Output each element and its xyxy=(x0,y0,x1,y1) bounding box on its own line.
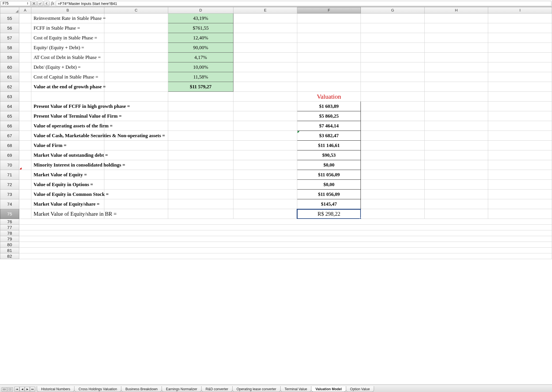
cell[interactable] xyxy=(361,160,425,170)
cell[interactable] xyxy=(424,23,488,33)
cell[interactable] xyxy=(104,72,168,82)
cell[interactable]: $0,00 xyxy=(297,180,361,190)
cell[interactable] xyxy=(361,131,425,141)
page-layout-view-button[interactable] xyxy=(7,387,13,391)
row-header[interactable]: 70 xyxy=(0,160,19,170)
cell[interactable] xyxy=(488,131,552,141)
cell[interactable] xyxy=(361,14,425,23)
cell[interactable]: Value of Equity in Common Stock = xyxy=(31,190,104,199)
cell[interactable] xyxy=(488,170,552,180)
cell[interactable] xyxy=(424,199,488,209)
cell[interactable] xyxy=(168,92,233,102)
cell[interactable]: Cost of Capital in Stable Phase = xyxy=(31,72,104,82)
cell[interactable] xyxy=(104,150,168,160)
cell[interactable] xyxy=(424,102,488,111)
cell[interactable] xyxy=(19,121,31,131)
select-all-corner[interactable] xyxy=(0,7,19,14)
column-header[interactable]: B xyxy=(31,7,104,14)
cell[interactable] xyxy=(361,209,425,219)
cell[interactable]: 4,17% xyxy=(168,53,233,62)
cell[interactable] xyxy=(424,82,488,92)
cell[interactable] xyxy=(168,209,233,219)
cell[interactable] xyxy=(361,170,425,180)
cell[interactable]: FCFF in Stable Phase = xyxy=(31,23,104,33)
cell[interactable] xyxy=(104,62,168,72)
cell[interactable] xyxy=(233,33,297,43)
row-header[interactable]: 71 xyxy=(0,170,19,180)
cell[interactable] xyxy=(361,33,425,43)
cell[interactable]: 11,58% xyxy=(168,72,233,82)
sheet-tab[interactable]: Operating lease converter xyxy=(232,386,281,392)
cell[interactable]: Market Value of Equity = xyxy=(31,170,104,180)
cell[interactable] xyxy=(168,111,233,121)
cell[interactable]: Reinvestment Rate in Stable Phase = xyxy=(31,14,104,23)
cell[interactable]: Cost of Equity in Stable Phase = xyxy=(31,33,104,43)
cell[interactable] xyxy=(233,209,297,219)
cell[interactable] xyxy=(424,33,488,43)
cell[interactable]: $7 464,14 xyxy=(297,121,361,131)
cell[interactable] xyxy=(297,14,361,23)
row-header[interactable]: 69 xyxy=(0,150,19,160)
cell[interactable] xyxy=(19,236,552,242)
cell[interactable] xyxy=(424,141,488,150)
cell[interactable] xyxy=(488,62,552,72)
cell[interactable] xyxy=(424,121,488,131)
column-header[interactable]: G xyxy=(361,7,425,14)
cell[interactable] xyxy=(168,121,233,131)
cell[interactable] xyxy=(361,43,425,53)
cell[interactable] xyxy=(104,131,168,141)
cell[interactable] xyxy=(19,43,31,53)
cell[interactable] xyxy=(19,170,31,180)
sheet-tab[interactable]: Earnings Normalizer xyxy=(162,386,202,392)
cell[interactable] xyxy=(19,82,31,92)
cell[interactable] xyxy=(424,92,488,102)
sheet-tab-active[interactable]: Valuation Model xyxy=(311,386,346,392)
cell[interactable] xyxy=(233,190,297,199)
cell[interactable] xyxy=(19,111,31,121)
cell[interactable] xyxy=(233,92,297,102)
name-box-stepper[interactable]: ▲▼ xyxy=(27,2,28,5)
prev-sheet-button[interactable]: ◀ xyxy=(20,387,25,391)
sheet-tab[interactable]: Business Breakdown xyxy=(121,386,162,392)
sheet-tab[interactable]: Terminal Value xyxy=(280,386,311,392)
cell[interactable] xyxy=(424,62,488,72)
cell[interactable] xyxy=(361,82,425,92)
accept-formula-button[interactable] xyxy=(37,1,43,6)
cell[interactable] xyxy=(488,102,552,111)
cell[interactable] xyxy=(297,72,361,82)
cell[interactable] xyxy=(233,72,297,82)
cell[interactable] xyxy=(19,242,552,248)
cell[interactable] xyxy=(168,141,233,150)
cell[interactable] xyxy=(361,92,425,102)
cell[interactable]: Present Value of Terminal Value of Firm … xyxy=(31,111,104,121)
cell[interactable]: $11 579,27 xyxy=(168,82,233,92)
cell[interactable] xyxy=(104,170,168,180)
cell[interactable] xyxy=(19,219,552,225)
row-header[interactable]: 64 xyxy=(0,102,19,111)
cell[interactable] xyxy=(168,102,233,111)
cell[interactable] xyxy=(233,150,297,160)
row-header[interactable]: 75 xyxy=(0,209,19,219)
cell[interactable] xyxy=(233,111,297,121)
cell[interactable] xyxy=(488,160,552,170)
row-header[interactable]: 58 xyxy=(0,43,19,53)
cell[interactable]: Value of Equity in Options = xyxy=(31,180,104,190)
cancel-formula-button[interactable] xyxy=(31,1,37,6)
cell[interactable] xyxy=(19,102,31,111)
cell[interactable] xyxy=(488,180,552,190)
cell[interactable] xyxy=(361,199,425,209)
first-sheet-button[interactable]: ⏮ xyxy=(14,387,20,391)
active-cell[interactable]: R$ 298,22 xyxy=(297,209,361,219)
cell[interactable] xyxy=(104,92,168,102)
cell[interactable]: Value of operating assets of the firm = xyxy=(31,121,104,131)
row-header[interactable]: 77 xyxy=(0,225,19,230)
column-header[interactable]: E xyxy=(233,7,297,14)
row-header[interactable]: 59 xyxy=(0,53,19,62)
cell[interactable] xyxy=(424,14,488,23)
cell[interactable] xyxy=(19,160,31,170)
row-header[interactable]: 78 xyxy=(0,230,19,236)
cell[interactable] xyxy=(104,43,168,53)
cell[interactable] xyxy=(361,62,425,72)
cell[interactable] xyxy=(19,33,31,43)
row-header[interactable]: 63 xyxy=(0,92,19,102)
